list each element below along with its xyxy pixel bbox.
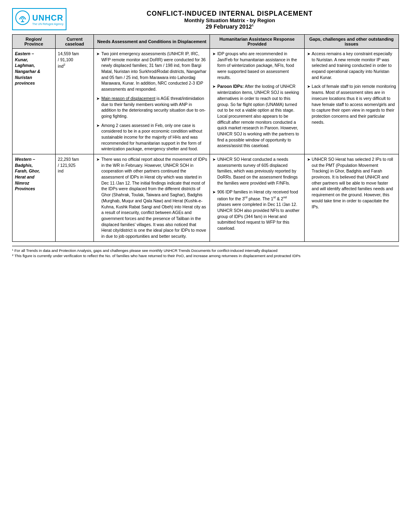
- bullet-arrow-icon: ➤: [96, 51, 100, 57]
- bullet-arrow-icon: ➤: [212, 51, 216, 57]
- list-item: ➤ Lack of female staff to join remote mo…: [307, 83, 396, 125]
- list-item: ➤ Among 2 cases assessed in Feb, only on…: [96, 123, 207, 152]
- page-header: UNHCR The UN Refugee Agency Conflict-Ind…: [12, 8, 399, 30]
- caseload-western: 22,293 fam/ 121,925ind: [55, 154, 94, 242]
- list-item: ➤ IDP groups who are recommended in Jan/…: [212, 51, 301, 80]
- col-header-caseload: Currentcaseload: [55, 35, 94, 49]
- bullet-arrow-icon: ➤: [212, 84, 216, 89]
- bullet-arrow-icon: ➤: [96, 96, 100, 102]
- list-item: ➤ Two joint emergency assessments (UNHCR…: [96, 51, 207, 92]
- assistance-western: ➤ UNHCR SO Herat conducted a needs asses…: [210, 154, 304, 242]
- gaps-western: ➤ UNHCR SO Herat has selected 2 IPs to r…: [304, 154, 399, 242]
- col-header-region: Region/Province: [12, 35, 56, 49]
- bullet-arrow-icon: ➤: [212, 189, 216, 195]
- logo-text: UNHCR The UN Refugee Agency: [32, 13, 63, 25]
- table-header-row: Region/Province Currentcaseload Needs As…: [12, 35, 399, 49]
- bullet-arrow-icon: ➤: [307, 157, 310, 162]
- footnote-area: ¹ For all Trends in data and Protection …: [12, 246, 399, 259]
- document-title-main: Conflict-Induced Internal Displacement: [60, 10, 399, 17]
- list-item: ➤ Main reason of displacement is AGE thr…: [96, 96, 207, 119]
- footnote-1: ¹ For all Trends in data and Protection …: [12, 248, 399, 253]
- list-item: ➤ 906 IDP families in Herat city receive…: [212, 189, 301, 231]
- list-item: ➤ Paroon IDPs: After the looting of UNHC…: [212, 83, 301, 149]
- document-title-sub: Monthly Situation Matrix - by Region: [60, 17, 399, 23]
- logo-unhcr-text: UNHCR: [32, 13, 63, 23]
- col-header-needs: Needs Assessment and Conditions in Displ…: [94, 35, 210, 49]
- assistance-eastern: ➤ IDP groups who are recommended in Jan/…: [210, 49, 304, 154]
- gaps-eastern: ➤ Access remains a key constraint especi…: [304, 49, 399, 154]
- bullet-arrow-icon: ➤: [307, 84, 310, 89]
- caseload-eastern: 14,559 fam/ 91,100ind2: [55, 49, 94, 154]
- bullet-arrow-icon: ➤: [96, 123, 100, 129]
- col-header-assistance: Humanitarian Assistance Response Provide…: [210, 35, 304, 49]
- col-header-gaps: Gaps, challenges and other outstanding i…: [304, 35, 399, 49]
- logo-subtitle-text: The UN Refugee Agency: [32, 23, 63, 25]
- logo-box: UNHCR The UN Refugee Agency: [12, 8, 66, 30]
- bullet-arrow-icon: ➤: [212, 157, 216, 162]
- region-western: Western –Badghis,Farah, Ghor,Herat andNi…: [12, 154, 56, 242]
- document-title-area: Conflict-Induced Internal Displacement M…: [60, 8, 399, 30]
- table-row: Eastern –Kunar,Laghman,Nangarhar &Nurist…: [12, 49, 399, 154]
- list-item: ➤ UNHCR SO Herat has selected 2 IPs to r…: [307, 156, 396, 210]
- unhcr-logo-icon: [15, 10, 30, 28]
- bullet-arrow-icon: ➤: [307, 51, 310, 57]
- list-item: ➤ Access remains a key constraint especi…: [307, 51, 396, 80]
- needs-eastern: ➤ Two joint emergency assessments (UNHCR…: [94, 49, 210, 154]
- list-item: ➤ UNHCR SO Herat conducted a needs asses…: [212, 156, 301, 186]
- bullet-arrow-icon: ➤: [96, 157, 100, 162]
- needs-western: ➤ There was no official report about the…: [94, 154, 210, 242]
- situation-matrix-table: Region/Province Currentcaseload Needs As…: [12, 34, 399, 242]
- document-title-date: 29 February 20121: [60, 23, 399, 30]
- logo-area: UNHCR The UN Refugee Agency: [12, 8, 60, 30]
- footnote-2: ² This figure is currently under verific…: [12, 253, 399, 258]
- table-row: Western –Badghis,Farah, Ghor,Herat andNi…: [12, 154, 399, 242]
- region-eastern: Eastern –Kunar,Laghman,Nangarhar &Nurist…: [12, 49, 56, 154]
- list-item: ➤ There was no official report about the…: [96, 156, 207, 239]
